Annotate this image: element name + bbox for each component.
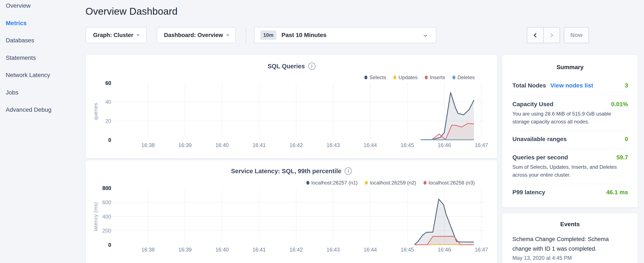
sidebar-item-databases[interactable]: Databases [6, 36, 34, 45]
time-range-label: Past 10 Minutes [282, 32, 326, 39]
graph-dropdown[interactable]: Graph: Cluster [86, 27, 147, 43]
summary-row-label: Unavailable ranges [512, 136, 566, 143]
events-panel: Events Schema Change Completed: Schema c… [502, 213, 638, 263]
summary-row-label: Capacity Used [512, 101, 554, 108]
chevron-down-icon [137, 33, 140, 36]
summary-row-subtext: Sum of Selects, Updates, Inserts, and De… [512, 163, 629, 179]
sidebar-item-network-latency[interactable]: Network Latency [6, 71, 50, 79]
divider [512, 184, 628, 184]
service-latency-chart-card: Service Latency: SQL, 99th percentileilo… [86, 160, 498, 263]
sidebar-item-overview[interactable]: Overview [6, 2, 30, 10]
chevron-left-icon [534, 33, 538, 37]
x-tick-label: 16:44 [358, 247, 383, 253]
time-range-badge: 10m [260, 31, 276, 40]
x-tick-label: 16:47 [468, 247, 494, 253]
x-tick-label: 16:41 [246, 142, 272, 148]
event-timestamp: May 13, 2020 at 4:45 PM [512, 255, 572, 261]
sidebar: OverviewMetricsDatabasesStatementsNetwor… [0, 0, 85, 263]
summary-row-capacity-used: Capacity Used0.01% [512, 101, 628, 108]
summary-row-total-nodes: Total NodesView nodes list3 [512, 82, 628, 89]
chevron-right-icon [549, 33, 553, 37]
x-tick-label: 16:38 [135, 142, 161, 148]
x-tick-label: 16:42 [284, 247, 309, 253]
toolbar-divider [246, 28, 246, 43]
sidebar-item-jobs[interactable]: Jobs [6, 88, 18, 97]
summary-row-unavailable-ranges: Unavailable ranges0 [512, 136, 628, 143]
chevron-down-icon [226, 33, 229, 36]
summary-row-value: 0.01% [611, 101, 628, 108]
divider [512, 149, 628, 149]
prev-time-button[interactable] [527, 28, 544, 43]
x-tick-label: 16:41 [246, 247, 272, 253]
y-axis-label: latency (ms) [93, 202, 99, 231]
sql-queries-chart-card: SQL QueriesiSelectsUpdatesInsertsDeletes… [86, 55, 498, 158]
y-axis-label: queries [93, 103, 99, 120]
event-message: Schema Change Completed: Schema change w… [512, 234, 627, 254]
x-tick-label: 16:43 [320, 247, 346, 253]
x-tick-label: 16:46 [432, 142, 457, 148]
x-tick-label: 16:45 [394, 142, 420, 148]
y-tick-label: 0 [92, 137, 111, 143]
x-tick-label: 16:39 [172, 142, 198, 148]
summary-row-value: 59.7 [616, 154, 628, 161]
summary-title: Summary [502, 64, 638, 71]
summary-row-p99-latency: P99 latency46.1 ms [512, 189, 628, 196]
x-tick-label: 16:45 [394, 247, 420, 253]
x-tick-label: 16:40 [209, 142, 235, 148]
page-title: Overview Dashboard [86, 6, 178, 17]
y-tick-label: 0 [92, 242, 111, 248]
x-tick-label: 16:43 [320, 142, 346, 148]
summary-row-label: Total Nodes [512, 82, 546, 89]
summary-panel: Summary Total NodesView nodes list3Capac… [502, 55, 638, 207]
y-tick-label: 60 [92, 80, 111, 86]
time-pager [527, 27, 560, 43]
summary-row-label: Queries per second [512, 154, 568, 161]
summary-row-value: 46.1 ms [606, 189, 628, 196]
now-button[interactable]: Now [564, 27, 589, 43]
divider [512, 95, 628, 96]
view-nodes-list-link[interactable]: View nodes list [550, 82, 593, 89]
time-range-selector[interactable]: 10m Past 10 Minutes [254, 27, 436, 43]
x-tick-label: 16:47 [468, 142, 494, 148]
summary-row-value: 0 [625, 136, 628, 143]
events-title: Events [502, 221, 638, 228]
summary-row-value: 3 [625, 82, 628, 89]
x-tick-label: 16:42 [284, 142, 309, 148]
x-tick-label: 16:38 [135, 247, 161, 253]
x-tick-label: 16:39 [172, 247, 198, 253]
summary-row-subtext: You are using 28.6 MiB of 515.9 GiB usab… [512, 110, 629, 126]
summary-row-label: P99 latency [512, 189, 545, 196]
chevron-down-icon [424, 34, 427, 37]
dashboard-dropdown-label: Dashboard: Overview [164, 32, 223, 39]
graph-dropdown-label: Graph: Cluster [93, 32, 133, 39]
sidebar-item-metrics[interactable]: Metrics [6, 19, 26, 28]
x-tick-label: 16:44 [358, 142, 383, 148]
sidebar-item-advanced-debug[interactable]: Advanced Debug [6, 106, 52, 114]
next-time-button[interactable] [544, 28, 560, 43]
x-tick-label: 16:40 [209, 247, 235, 253]
sidebar-item-statements[interactable]: Statements [6, 54, 36, 62]
dashboard-dropdown[interactable]: Dashboard: Overview [157, 27, 236, 43]
main-content: Overview Dashboard Graph: Cluster Dashbo… [85, 0, 644, 263]
summary-row-queries-per-second: Queries per second59.7 [512, 154, 628, 161]
x-tick-label: 16:46 [432, 247, 457, 253]
y-tick-label: 800 [92, 185, 111, 191]
divider [512, 131, 628, 131]
